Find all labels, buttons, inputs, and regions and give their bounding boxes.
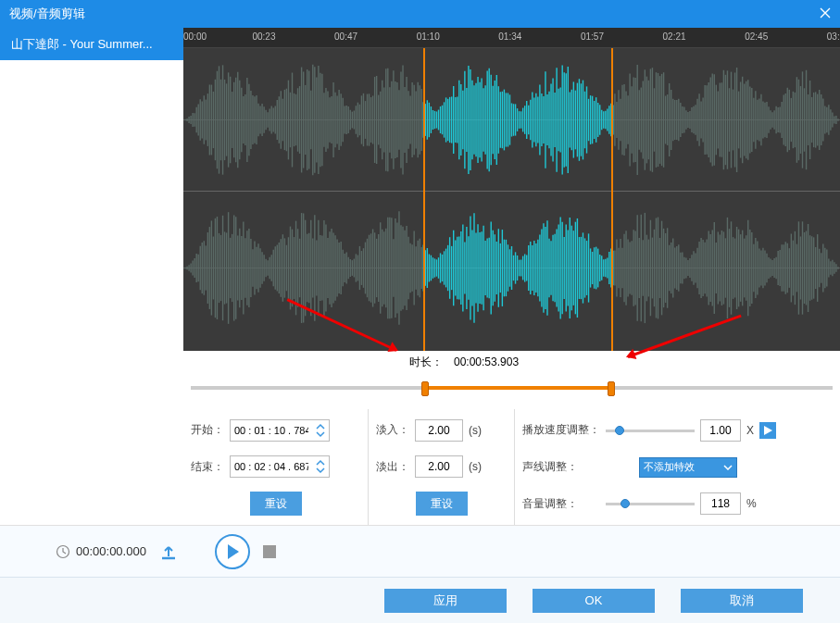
voice-effect-dropdown[interactable]: 不添加特效 — [639, 457, 737, 478]
fade-unit: (s) — [469, 460, 482, 473]
settings-panel: 开始： 结束： — [183, 409, 840, 525]
timeline-tick: 00:23 — [252, 31, 275, 42]
timeline-tick: 02:45 — [745, 31, 768, 42]
spinner-down-icon[interactable] — [316, 430, 325, 438]
play-icon — [764, 426, 772, 435]
fadeout-label: 淡出： — [376, 459, 409, 475]
end-time-input[interactable] — [230, 455, 330, 478]
waveform-display[interactable] — [183, 48, 840, 351]
fadein-label: 淡入： — [376, 422, 409, 438]
start-time-field[interactable] — [234, 425, 308, 436]
start-label: 开始： — [191, 422, 224, 438]
timeline-tick: 00:00 — [183, 31, 207, 42]
apply-button[interactable]: 应用 — [384, 589, 507, 613]
voice-label: 声线调整： — [522, 459, 600, 475]
trim-reset-button[interactable]: 重设 — [250, 492, 302, 516]
fade-reset-button[interactable]: 重设 — [416, 492, 468, 516]
selected-range — [425, 386, 611, 390]
volume-slider[interactable] — [606, 494, 695, 513]
play-button[interactable] — [215, 534, 250, 569]
speed-slider[interactable] — [606, 421, 695, 440]
trim-range-slider[interactable] — [191, 374, 833, 402]
speed-input[interactable] — [700, 419, 741, 442]
timeline-ruler[interactable]: 00:0000:2300:4701:1001:3401:5702:2102:45… — [183, 28, 840, 48]
title-bar: 视频/音频剪辑 — [0, 0, 840, 28]
trim-start-handle[interactable] — [421, 381, 429, 396]
duration-label: 时长： — [409, 355, 443, 370]
end-label: 结束： — [191, 459, 224, 475]
timeline-tick: 00:47 — [334, 31, 357, 42]
speed-preview-button[interactable] — [759, 422, 776, 439]
fadein-input[interactable] — [415, 419, 463, 442]
trim-end-handle[interactable] — [608, 381, 615, 396]
duration-readout: 时长： 00:00:53.903 — [183, 351, 840, 375]
end-time-field[interactable] — [234, 461, 308, 472]
dialog-footer: 应用 OK 取消 — [0, 577, 840, 623]
speed-unit: X — [746, 424, 754, 437]
volume-unit: % — [746, 497, 757, 510]
voice-selected: 不添加特效 — [644, 460, 695, 474]
editor-main: 00:0000:2300:4701:1001:3401:5702:2102:45… — [183, 28, 840, 525]
file-list-item[interactable]: 山下達郎 - Your Summer... — [0, 28, 183, 60]
fade-unit: (s) — [469, 424, 482, 437]
cancel-button[interactable]: 取消 — [681, 589, 803, 613]
export-button[interactable] — [159, 542, 180, 562]
selection-overlay[interactable] — [423, 48, 614, 351]
spinner-up-icon[interactable] — [316, 423, 325, 430]
clock-icon — [56, 544, 70, 559]
start-time-input[interactable] — [230, 419, 330, 442]
playback-bar: 00:00:00.000 — [0, 525, 840, 577]
volume-label: 音量调整： — [522, 496, 600, 512]
volume-input[interactable] — [700, 492, 741, 515]
chevron-down-icon — [723, 465, 733, 470]
ok-button[interactable]: OK — [533, 589, 655, 613]
file-list-sidebar: 山下達郎 - Your Summer... — [0, 28, 183, 525]
timeline-tick: 01:34 — [498, 31, 521, 42]
spinner-up-icon[interactable] — [316, 459, 325, 467]
playback-time: 00:00:00.000 — [76, 544, 146, 558]
timeline-tick: 03:08 — [827, 31, 840, 42]
export-icon — [159, 545, 178, 562]
speed-label: 播放速度调整： — [522, 422, 600, 438]
close-icon[interactable] — [820, 6, 831, 21]
fadeout-input[interactable] — [415, 455, 463, 478]
window-title: 视频/音频剪辑 — [9, 6, 820, 22]
play-icon — [226, 544, 239, 559]
timeline-tick: 01:57 — [581, 31, 604, 42]
timeline-tick: 01:10 — [417, 31, 440, 42]
timeline-tick: 02:21 — [663, 31, 686, 42]
stop-button[interactable] — [263, 545, 276, 558]
spinner-down-icon[interactable] — [316, 467, 325, 474]
file-name: 山下達郎 - Your Summer... — [11, 36, 153, 53]
duration-value: 00:00:53.903 — [454, 355, 519, 368]
